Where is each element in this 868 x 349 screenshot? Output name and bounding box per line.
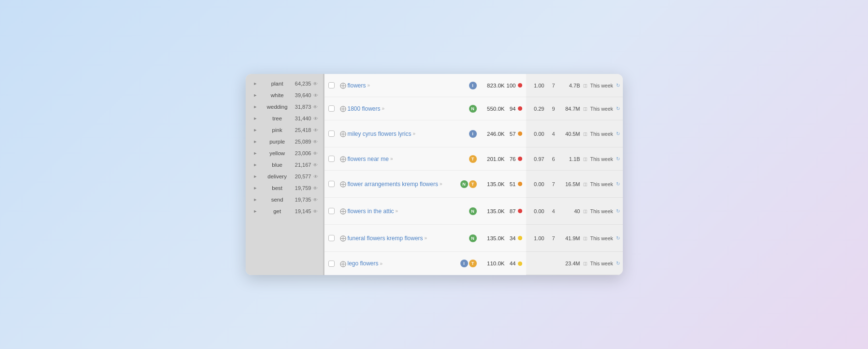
add-icon: ⨁ (340, 180, 346, 188)
badges-col: NT (454, 180, 479, 188)
keyword-link[interactable]: ⨁ lego flowers » (340, 260, 452, 267)
keyword-link[interactable]: ⨁ miley cyrus flowers lyrics » (340, 130, 452, 137)
table-icon: ◫ (583, 157, 588, 161)
row-checkbox[interactable] (328, 156, 335, 162)
sidebar-count: 19,735 👁 (295, 197, 318, 203)
sidebar-item[interactable]: ► send 19,735 👁 (246, 194, 323, 205)
sidebar-panel: ► plant 64,235 👁 ► white 39,640 👁 ► wedd… (246, 74, 323, 275)
intent-badge: T (469, 260, 477, 267)
volume-col: 201.0K (479, 156, 505, 162)
kd-col: 87 (505, 208, 522, 214)
row-checkbox[interactable] (328, 82, 335, 88)
sidebar-item[interactable]: ► yellow 23,006 👁 (246, 147, 323, 159)
results-value: 41.9M (558, 235, 580, 241)
row-checkbox[interactable] (328, 181, 335, 187)
kd-dot (518, 262, 522, 266)
kd-value: 76 (510, 156, 516, 162)
position-value: 7 (547, 181, 555, 187)
refresh-icon[interactable]: ↻ (616, 83, 620, 88)
right-row: 0.00 4 40 ◫ This week ↻ (526, 198, 623, 225)
chevron-double-icon: » (396, 208, 398, 214)
this-week-label: This week (590, 208, 613, 214)
expand-arrow: ► (253, 104, 258, 109)
sidebar-item[interactable]: ► tree 31,440 👁 (246, 113, 323, 124)
volume-col: 550.0K (479, 106, 505, 112)
refresh-icon[interactable]: ↻ (616, 181, 620, 187)
intent-badge: N (469, 207, 477, 215)
chevron-double-icon: » (425, 235, 427, 241)
table-row: ⨁ 1800 flowers » N550.0K 94 (324, 97, 526, 120)
refresh-icon[interactable]: ↻ (616, 156, 620, 161)
keyword-col: ⨁ flowers in the attic » (339, 205, 454, 217)
checkbox-col (328, 261, 339, 267)
row-checkbox[interactable] (328, 131, 335, 137)
eye-icon: 👁 (313, 162, 318, 168)
right-row: 1.00 7 41.9M ◫ This week ↻ (526, 225, 623, 252)
keyword-col: ⨁ lego flowers » (339, 258, 454, 269)
kd-col: 44 (505, 261, 522, 266)
add-icon: ⨁ (340, 105, 346, 112)
keyword-link[interactable]: ⨁ flowers » (340, 82, 452, 89)
chevron-double-icon: » (413, 131, 416, 136)
sidebar-item[interactable]: ► pink 25,418 👁 (246, 124, 323, 136)
refresh-icon[interactable]: ↻ (616, 208, 620, 214)
row-checkbox[interactable] (328, 261, 335, 267)
refresh-icon[interactable]: ↻ (616, 131, 620, 136)
kd-dot (518, 182, 522, 186)
volume-col: 135.0K (479, 235, 505, 241)
keyword-link[interactable]: ⨁ flowers in the attic » (340, 207, 452, 215)
kd-dot (518, 131, 522, 136)
expand-arrow: ► (253, 209, 258, 214)
table-row: ⨁ flower arrangements kremp flowers » NT… (324, 171, 526, 198)
sidebar-item[interactable]: ► white 39,640 👁 (246, 89, 323, 101)
row-checkbox[interactable] (328, 105, 335, 112)
position-value: 7 (547, 83, 555, 88)
keyword-link[interactable]: ⨁ flower arrangements kremp flowers » (340, 180, 452, 188)
sidebar-item[interactable]: ► get 19,145 👁 (246, 205, 323, 217)
badges-col: N (454, 105, 479, 113)
add-icon: ⨁ (340, 155, 346, 162)
expand-arrow: ► (253, 116, 258, 121)
checkbox-col (328, 131, 339, 137)
refresh-icon[interactable]: ↻ (616, 235, 620, 241)
volume-col: 135.0K (479, 208, 505, 214)
kd-dot (518, 83, 522, 87)
refresh-icon[interactable]: ↻ (616, 106, 620, 111)
keyword-text: lego flowers (348, 260, 379, 267)
sidebar-keyword: tree (272, 116, 282, 121)
badges-col: T (454, 155, 479, 163)
right-panel: 1.00 7 4.7B ◫ This week ↻ 0.29 9 84.7M ◫… (526, 74, 623, 275)
right-row: 0.97 6 1.1B ◫ This week ↻ (526, 147, 623, 171)
keyword-text: funeral flowers kremp flowers (348, 235, 423, 242)
sidebar-item[interactable]: ► plant 64,235 👁 (246, 78, 323, 89)
expand-arrow: ► (253, 128, 258, 132)
sidebar-item[interactable]: ► best 19,759 👁 (246, 182, 323, 194)
row-checkbox[interactable] (328, 208, 335, 214)
intent-badge: I (460, 260, 468, 267)
chevron-double-icon: » (382, 106, 385, 111)
eye-icon: 👁 (313, 116, 318, 121)
keyword-link[interactable]: ⨁ 1800 flowers » (340, 105, 452, 112)
right-row: 1.00 7 4.7B ◫ This week ↻ (526, 74, 623, 97)
kd-value: 57 (510, 131, 516, 137)
sidebar-item[interactable]: ► wedding 31,873 👁 (246, 101, 323, 113)
checkbox-col (328, 105, 339, 112)
keyword-col: ⨁ miley cyrus flowers lyrics » (339, 128, 454, 139)
keyword-link[interactable]: ⨁ funeral flowers kremp flowers » (340, 234, 452, 242)
position-value: 4 (547, 131, 555, 137)
table-icon: ◫ (583, 83, 588, 88)
add-icon: ⨁ (340, 234, 346, 242)
kd-col: 34 (505, 235, 522, 241)
cpc-value: 0.00 (530, 181, 544, 187)
refresh-icon[interactable]: ↻ (616, 261, 620, 266)
checkbox-col (328, 82, 339, 88)
keyword-link[interactable]: ⨁ flowers near me » (340, 155, 452, 162)
sidebar-item[interactable]: ► blue 21,167 👁 (246, 159, 323, 171)
table-icon: ◫ (583, 106, 588, 111)
row-checkbox[interactable] (328, 235, 335, 241)
right-row: 0.29 9 84.7M ◫ This week ↻ (526, 97, 623, 120)
sidebar-item[interactable]: ► purple 25,089 👁 (246, 136, 323, 147)
badges-col: I (454, 82, 479, 89)
results-value: 1.1B (558, 156, 580, 162)
sidebar-item[interactable]: ► delivery 20,577 👁 (246, 171, 323, 182)
